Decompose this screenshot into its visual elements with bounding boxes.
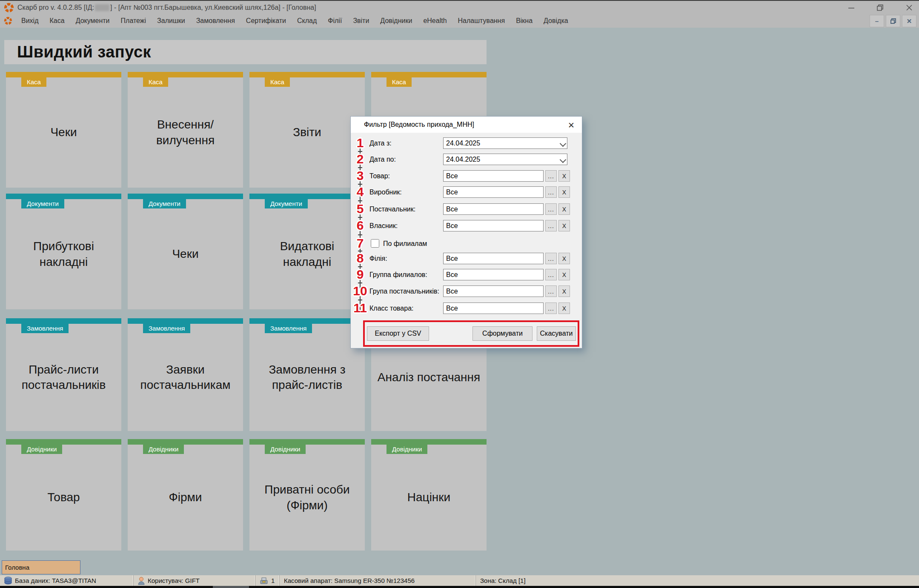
tab-holovna[interactable]: Головна xyxy=(2,560,80,574)
menu-item-zamovlennia[interactable]: Замовлення xyxy=(191,14,240,28)
filter-dialog: Фильтр [Ведомость прихода_МНН] ✕ Дата з:… xyxy=(350,116,582,348)
menu-item-sertyfikaty[interactable]: Сертифікати xyxy=(240,14,292,28)
tovar-more-button[interactable]: ... xyxy=(545,170,557,182)
filter-row-hrupa-postachalnykiv: Група постачальників: ... X xyxy=(351,285,582,297)
restore-button[interactable] xyxy=(876,3,885,12)
annotation-tick xyxy=(358,283,362,283)
menu-item-dovidka[interactable]: Довідка xyxy=(538,14,574,28)
vlasnyk-clear-button[interactable]: X xyxy=(558,220,570,231)
menu-item-vikna[interactable]: Вікна xyxy=(510,14,538,28)
filiia-clear-button[interactable]: X xyxy=(558,253,570,264)
po-filialam-checkbox[interactable] xyxy=(371,239,379,248)
tile-category-strip xyxy=(371,439,487,445)
app-menu-icon xyxy=(4,17,12,25)
annotation-number-2: 2 xyxy=(357,152,364,166)
mdi-close-button[interactable]: ✕ xyxy=(902,15,916,27)
minimize-button[interactable] xyxy=(847,3,856,12)
dialog-close-icon[interactable]: ✕ xyxy=(566,120,576,130)
vyrobnyk-input[interactable] xyxy=(443,186,544,198)
tile-pryvatni-osoby[interactable]: Довідники Приватні особи (Фірми) xyxy=(249,439,365,551)
tile-cheky-dokumenty[interactable]: Документи Чеки xyxy=(128,194,243,309)
tile-prybutkovi-nakladni[interactable]: Документи Прибуткові накладні xyxy=(6,194,121,309)
menu-item-platezhi[interactable]: Платежі xyxy=(115,14,152,28)
tile-vydatkovi-nakladni[interactable]: Документи Видаткові накладні xyxy=(249,194,365,309)
cancel-button[interactable]: Скасувати xyxy=(537,326,576,341)
export-csv-button[interactable]: Експорт у CSV xyxy=(367,326,429,341)
status-register-label: Касовий апарат: Samsung ER-350 №123456 xyxy=(284,577,415,584)
menu-item-sklad[interactable]: Склад xyxy=(292,14,322,28)
menu-item-vykhid[interactable]: Вихід xyxy=(16,14,44,28)
menu-item-kasa[interactable]: Каса xyxy=(44,14,70,28)
tile-category-strip xyxy=(371,72,487,77)
postachalnyk-label: Постачальник: xyxy=(369,203,415,215)
tile-prais-lysty-postachalnykiv[interactable]: Замовлення Прайс-листи постачальників xyxy=(6,318,121,431)
vlasnyk-label: Власник: xyxy=(369,220,398,231)
close-button[interactable] xyxy=(905,3,914,12)
window-title: Скарб pro v. 4.0.2.85 [ІД:] - [Апт №003 … xyxy=(17,4,316,11)
page-title: Швидкий запуск xyxy=(4,43,151,61)
tile-firmy[interactable]: Довідники Фірми xyxy=(128,439,243,551)
status-user-label: Користувач: GIFT xyxy=(148,577,200,584)
tile-tovar[interactable]: Довідники Товар xyxy=(6,439,121,551)
menu-item-zvity[interactable]: Звіти xyxy=(347,14,375,28)
user-icon xyxy=(138,577,145,585)
tile-zvity[interactable]: Каса Звіти xyxy=(249,72,365,188)
mdi-restore-button[interactable] xyxy=(886,15,900,27)
vyrobnyk-more-button[interactable]: ... xyxy=(545,186,557,198)
tile-cheky-kasa[interactable]: Каса Чеки xyxy=(6,72,121,188)
postachalnyk-more-button[interactable]: ... xyxy=(545,203,557,215)
menu-item-zalyshky[interactable]: Залишки xyxy=(152,14,191,28)
menu-item-ehealth[interactable]: eHealth xyxy=(418,14,452,28)
mdi-minimize-button[interactable]: – xyxy=(870,15,884,27)
date-to-input[interactable] xyxy=(443,154,567,165)
tile-caption: Націнки xyxy=(371,445,487,551)
generate-button[interactable]: Сформувати xyxy=(472,326,533,341)
tile-vnesennia-vyluchennia[interactable]: Каса Внесення/вилучення xyxy=(128,72,243,188)
hrupa-filialiv-label: Группа филиалов: xyxy=(369,269,427,280)
klas-tovara-more-button[interactable]: ... xyxy=(545,303,557,314)
filiia-more-button[interactable]: ... xyxy=(545,253,557,264)
tile-category-strip xyxy=(128,72,243,77)
hrupa-filialiv-clear-button[interactable]: X xyxy=(558,269,570,280)
annotation-number-7: 7 xyxy=(357,236,364,251)
menu-item-dokumenty[interactable]: Документи xyxy=(70,14,115,28)
status-database: База даних: TASA3@TITAN xyxy=(0,575,134,586)
menu-item-filii[interactable]: Філії xyxy=(322,14,347,28)
klas-tovara-input[interactable] xyxy=(443,303,544,314)
tovar-clear-button[interactable]: X xyxy=(558,170,570,182)
hrupa-postachalnykiv-input[interactable] xyxy=(443,285,544,297)
filter-row-filiia: Філія: ... X xyxy=(351,253,582,264)
annotation-number-1: 1 xyxy=(357,136,364,150)
tile-natsinky[interactable]: Довідники Націнки xyxy=(371,439,487,551)
filter-row-vlasnyk: Власник: ... X xyxy=(351,220,582,231)
klas-tovara-clear-button[interactable]: X xyxy=(558,303,570,314)
vyrobnyk-clear-button[interactable]: X xyxy=(558,186,570,198)
vlasnyk-more-button[interactable]: ... xyxy=(545,220,557,231)
vlasnyk-input[interactable] xyxy=(443,220,544,231)
tile-category-strip xyxy=(128,194,243,199)
postachalnyk-input[interactable] xyxy=(443,203,544,215)
tile-zaiavky-postachalnykam[interactable]: Замовлення Заявки постачальникам xyxy=(128,318,243,431)
postachalnyk-clear-button[interactable]: X xyxy=(558,203,570,215)
date-from-input[interactable] xyxy=(443,137,567,149)
menu-item-dovidnyky[interactable]: Довідники xyxy=(375,14,418,28)
tile-category-strip xyxy=(249,439,365,445)
status-bar: База даних: TASA3@TITAN Користувач: GIFT… xyxy=(0,575,919,586)
page-title-bar: Швидкий запуск xyxy=(4,40,487,64)
tovar-label: Товар: xyxy=(369,170,390,182)
filiia-input[interactable] xyxy=(443,253,544,264)
tovar-input[interactable] xyxy=(443,170,544,182)
hrupa-filialiv-input[interactable] xyxy=(443,269,544,280)
annotation-tick xyxy=(358,217,362,218)
dialog-title-bar: Фильтр [Ведомость прихода_МНН] xyxy=(351,117,582,133)
filter-row-tovar: Товар: ... X xyxy=(351,170,582,182)
window-title-left: Скарб pro v. 4.0.2.85 [ІД: xyxy=(17,4,94,11)
hrupa-filialiv-more-button[interactable]: ... xyxy=(545,269,557,280)
dialog-title: Фильтр [Ведомость прихода_МНН] xyxy=(351,121,474,128)
menu-item-nalashtuvannia[interactable]: Налаштування xyxy=(452,14,511,28)
tile-zamovlennia-z-prais-lystiv[interactable]: Замовлення Замовлення з прайс-листів xyxy=(249,318,365,431)
tile-caption: Внесення/вилучення xyxy=(128,77,243,188)
hrupa-postachalnykiv-clear-button[interactable]: X xyxy=(558,285,570,297)
status-database-label: База даних: TASA3@TITAN xyxy=(15,577,96,584)
hrupa-postachalnykiv-more-button[interactable]: ... xyxy=(545,285,557,297)
